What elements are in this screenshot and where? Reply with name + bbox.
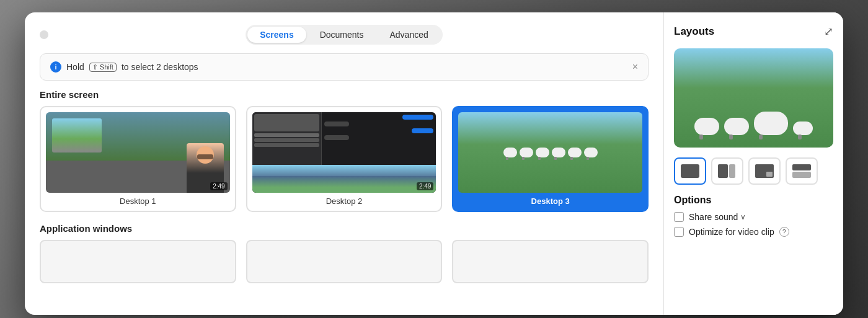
big-sheep-3	[754, 112, 788, 135]
d2-lake	[252, 165, 436, 193]
big-sheep-2	[724, 118, 749, 135]
layout-btn-full[interactable]	[674, 157, 706, 185]
app-windows-grid	[40, 240, 649, 283]
sheep-1	[503, 148, 517, 157]
options-title: Options	[674, 195, 833, 206]
optimize-video-label: Optimize for video clip	[689, 227, 774, 237]
split-top	[792, 164, 811, 170]
d2-top	[252, 112, 436, 165]
d2-contact3	[254, 143, 320, 147]
desktop-1-thumbnail: 2:49	[46, 112, 230, 193]
d2-layout	[252, 112, 436, 193]
main-content: Screens Documents Advanced i Hold ⇧ Shif…	[25, 12, 663, 315]
info-text-before: Hold	[66, 62, 84, 72]
share-sound-text: Share sound	[689, 212, 738, 222]
d1-bg	[52, 118, 102, 152]
layouts-preview	[674, 48, 833, 148]
side-by-side-icon	[718, 164, 737, 178]
app-windows-title: Application windows	[40, 223, 649, 234]
tab-group: Screens Documents Advanced	[246, 25, 443, 45]
desktop-item-3[interactable]: Desktop 3	[452, 106, 649, 212]
d2-contact1	[254, 133, 320, 137]
share-sound-checkbox[interactable]	[674, 212, 684, 222]
desktop-3-thumbnail	[458, 112, 642, 193]
d2-timer: 2:49	[417, 182, 433, 190]
layout-btn-split[interactable]	[786, 157, 818, 185]
info-text-after: to select 2 desktops	[122, 62, 198, 72]
chat-r1	[402, 115, 433, 120]
d2-sidebar	[252, 112, 322, 165]
sheep-2	[520, 148, 533, 157]
tab-documents[interactable]: Documents	[308, 27, 376, 43]
chat-l2	[324, 135, 349, 140]
info-icon: i	[50, 61, 61, 73]
shift-badge: ⇧ Shift	[89, 63, 117, 72]
sidebar: Layouts ⤢	[663, 12, 843, 315]
app-window-2[interactable]	[246, 240, 443, 283]
layout-btn-side[interactable]	[711, 157, 743, 185]
side-left	[718, 164, 728, 178]
optimize-video-text: Optimize for video clip	[689, 227, 774, 237]
layout-btn-pip[interactable]	[748, 157, 781, 185]
desktop-2-label: Desktop 2	[326, 197, 363, 206]
info-bar-close[interactable]: ×	[632, 62, 638, 72]
split-bottom	[792, 172, 811, 178]
info-bar-text: i Hold ⇧ Shift to select 2 desktops	[50, 61, 198, 73]
chat-l1	[324, 121, 349, 126]
sheep-container	[458, 112, 642, 193]
split-icon	[792, 164, 811, 178]
tab-advanced[interactable]: Advanced	[378, 27, 441, 43]
sheep-4	[552, 148, 565, 157]
big-sheep-4	[793, 121, 813, 135]
layouts-sheep-scene	[674, 48, 833, 148]
desktop-2-thumbnail: 2:49	[252, 112, 436, 193]
sheep-5	[568, 148, 582, 157]
d1-glasses	[197, 154, 213, 159]
desktops-grid: 2:49 Desktop 1	[40, 106, 649, 212]
desktop-1-label: Desktop 1	[120, 197, 156, 206]
modal-dialog: Screens Documents Advanced i Hold ⇧ Shif…	[25, 12, 843, 315]
d1-timer: 2:49	[210, 182, 227, 190]
side-right	[729, 164, 735, 178]
full-screen-icon	[681, 164, 699, 178]
optimize-video-help-icon[interactable]: ?	[779, 227, 789, 237]
d2-contact2	[254, 138, 320, 142]
pip-icon	[755, 164, 774, 178]
share-sound-row: Share sound ∨	[674, 212, 833, 222]
layout-options	[674, 157, 833, 185]
desktop-item-2[interactable]: 2:49 Desktop 2	[246, 106, 443, 212]
app-window-1[interactable]	[40, 240, 236, 283]
d2-avatar	[254, 114, 320, 131]
pip-small	[766, 172, 773, 177]
sidebar-header: Layouts ⤢	[674, 25, 833, 38]
optimize-video-checkbox[interactable]	[674, 227, 684, 237]
expand-button[interactable]: ⤢	[824, 25, 833, 38]
layouts-title: Layouts	[674, 25, 714, 38]
app-window-3[interactable]	[452, 240, 649, 283]
desktop-item-1[interactable]: 2:49 Desktop 1	[40, 106, 236, 212]
big-sheep-1	[694, 118, 719, 135]
optimize-video-row: Optimize for video clip ?	[674, 227, 833, 237]
d2-chat	[322, 112, 436, 165]
close-button[interactable]	[40, 30, 48, 39]
sheep-6	[584, 148, 598, 157]
app-windows-section: Application windows	[40, 223, 649, 283]
entire-screen-title: Entire screen	[40, 89, 649, 100]
share-sound-chevron-icon[interactable]: ∨	[740, 213, 746, 221]
header: Screens Documents Advanced	[40, 25, 649, 45]
options-section: Options Share sound ∨ Optimize for video…	[674, 195, 833, 242]
tab-screens[interactable]: Screens	[247, 27, 306, 43]
desktop-3-label: Desktop 3	[531, 197, 570, 206]
sheep-3	[536, 148, 549, 157]
chat-r2	[412, 128, 433, 133]
share-sound-label: Share sound ∨	[689, 212, 746, 222]
info-bar: i Hold ⇧ Shift to select 2 desktops ×	[40, 53, 649, 81]
